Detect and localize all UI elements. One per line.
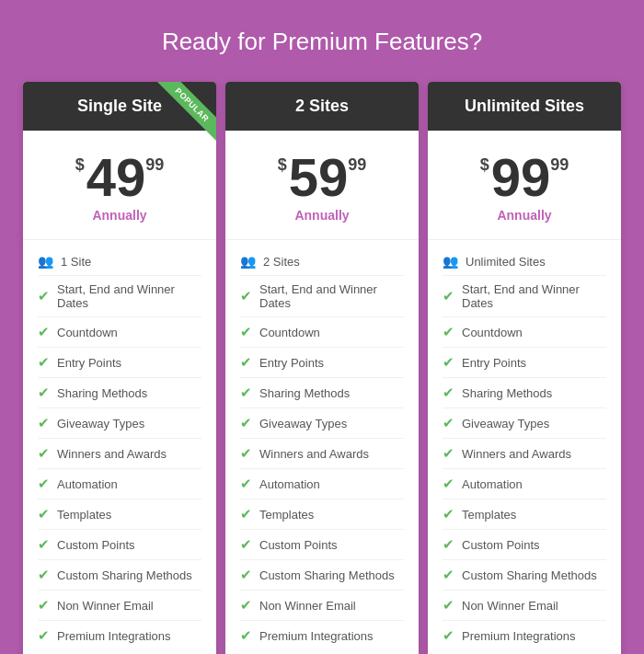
- check-icon: ✔: [240, 476, 252, 492]
- check-icon: ✔: [443, 445, 454, 462]
- feature-label: Giveaway Types: [462, 417, 549, 430]
- check-icon: ✔: [443, 536, 454, 553]
- plan-header-single: Single SitePOPULAR: [23, 82, 216, 131]
- feature-item: ✔Custom Sharing Methods: [443, 560, 606, 591]
- feature-label: Automation: [259, 477, 320, 491]
- feature-label: Templates: [259, 508, 314, 522]
- feature-item: ✔Sharing Methods: [443, 378, 606, 408]
- feature-item: ✔Winners and Awards: [38, 439, 201, 469]
- check-icon: ✔: [240, 415, 252, 431]
- check-icon: ✔: [443, 354, 454, 371]
- price-main-two-sites: 59: [289, 151, 349, 204]
- feature-item: ✔Templates: [38, 499, 201, 530]
- feature-label: Winners and Awards: [462, 447, 571, 461]
- feature-item: ✔Non Winner Email: [240, 591, 404, 621]
- feature-label: Custom Points: [57, 538, 135, 552]
- feature-label: Automation: [462, 477, 523, 491]
- check-icon: ✔: [240, 384, 252, 401]
- price-main-unlimited: 99: [491, 151, 551, 204]
- price-period-two-sites: Annually: [235, 208, 409, 223]
- feature-label: Sharing Methods: [57, 386, 147, 400]
- feature-label: 1 Site: [61, 255, 91, 269]
- feature-label: Templates: [462, 508, 516, 522]
- feature-label: Unlimited Sites: [466, 255, 546, 269]
- check-icon: ✔: [240, 597, 252, 614]
- check-icon: ✔: [443, 627, 454, 644]
- feature-item: ✔Entry Points: [443, 348, 606, 378]
- price-main-single: 49: [86, 151, 146, 204]
- check-icon: ✔: [443, 476, 454, 492]
- feature-item: ✔Automation: [240, 469, 404, 499]
- feature-item: ✔Custom Points: [240, 530, 404, 560]
- page-title: Ready for Premium Features?: [162, 28, 482, 56]
- feature-item: ✔Custom Points: [38, 530, 201, 560]
- plan-header-two-sites: 2 Sites: [225, 82, 419, 131]
- plan-header-unlimited: Unlimited Sites: [428, 82, 621, 131]
- check-icon: ✔: [240, 506, 252, 522]
- check-icon: ✔: [38, 476, 50, 492]
- check-icon: ✔: [38, 288, 50, 304]
- feature-item: ✔Countdown: [443, 317, 606, 348]
- sites-icon: 👥: [38, 254, 53, 269]
- features-list-two-sites: 👥2 Sites✔Start, End and Winner Dates✔Cou…: [225, 240, 419, 654]
- feature-item: 👥1 Site: [38, 247, 201, 276]
- feature-item: ✔Start, End and Winner Dates: [240, 276, 404, 317]
- feature-label: 2 Sites: [263, 255, 300, 269]
- features-list-unlimited: 👥Unlimited Sites✔Start, End and Winner D…: [428, 240, 621, 654]
- feature-item: ✔Automation: [443, 469, 606, 499]
- plan-card-unlimited: Unlimited Sites$9999Annually👥Unlimited S…: [428, 82, 621, 654]
- features-list-single: 👥1 Site✔Start, End and Winner Dates✔Coun…: [23, 240, 216, 654]
- feature-label: Giveaway Types: [259, 417, 347, 430]
- feature-item: ✔Sharing Methods: [38, 378, 201, 408]
- feature-item: ✔Start, End and Winner Dates: [443, 276, 606, 317]
- feature-label: Custom Points: [259, 538, 338, 552]
- feature-label: Premium Integrations: [57, 629, 171, 643]
- feature-item: ✔Custom Sharing Methods: [38, 560, 201, 591]
- sites-icon: 👥: [240, 254, 256, 269]
- check-icon: ✔: [240, 627, 252, 644]
- feature-label: Premium Integrations: [462, 629, 576, 643]
- feature-label: Entry Points: [259, 356, 324, 370]
- feature-item: ✔Templates: [443, 499, 606, 530]
- check-icon: ✔: [240, 445, 252, 462]
- feature-item: ✔Winners and Awards: [443, 439, 606, 469]
- feature-label: Sharing Methods: [259, 386, 350, 400]
- feature-item: ✔Custom Sharing Methods: [240, 560, 404, 591]
- feature-item: ✔Entry Points: [38, 348, 201, 378]
- price-cents-unlimited: 99: [550, 156, 569, 173]
- feature-item: ✔Giveaway Types: [38, 408, 201, 439]
- feature-item: ✔Giveaway Types: [443, 408, 606, 439]
- check-icon: ✔: [38, 324, 50, 340]
- check-icon: ✔: [38, 567, 50, 583]
- feature-label: Sharing Methods: [462, 386, 552, 400]
- feature-item: ✔Sharing Methods: [240, 378, 404, 408]
- feature-item: ✔Custom Points: [443, 530, 606, 560]
- check-icon: ✔: [38, 597, 50, 614]
- feature-item: ✔Entry Points: [240, 348, 404, 378]
- check-icon: ✔: [443, 384, 454, 401]
- check-icon: ✔: [443, 597, 454, 614]
- feature-item: ✔Premium Integrations: [443, 621, 606, 650]
- feature-label: Winners and Awards: [57, 447, 167, 461]
- popular-badge: POPULAR: [157, 82, 216, 141]
- sites-icon: 👥: [443, 254, 458, 269]
- feature-label: Custom Points: [462, 538, 540, 552]
- plan-card-two-sites: 2 Sites$5999Annually👥2 Sites✔Start, End …: [225, 82, 419, 654]
- plan-card-single: Single SitePOPULAR$4999Annually👥1 Site✔S…: [23, 82, 216, 654]
- feature-label: Entry Points: [57, 356, 121, 370]
- feature-item: 👥Unlimited Sites: [443, 247, 606, 276]
- price-dollar-unlimited: $: [480, 156, 489, 173]
- feature-item: ✔Countdown: [38, 317, 201, 348]
- feature-label: Non Winner Email: [259, 599, 356, 613]
- feature-label: Start, End and Winner Dates: [57, 282, 201, 310]
- price-dollar-two-sites: $: [278, 156, 287, 173]
- price-period-unlimited: Annually: [437, 208, 612, 223]
- check-icon: ✔: [443, 324, 454, 340]
- check-icon: ✔: [240, 567, 252, 583]
- price-cents-two-sites: 99: [348, 156, 366, 173]
- feature-label: Non Winner Email: [462, 599, 558, 613]
- feature-label: Winners and Awards: [259, 447, 369, 461]
- check-icon: ✔: [240, 324, 252, 340]
- price-dollar-single: $: [75, 156, 85, 173]
- check-icon: ✔: [240, 354, 252, 371]
